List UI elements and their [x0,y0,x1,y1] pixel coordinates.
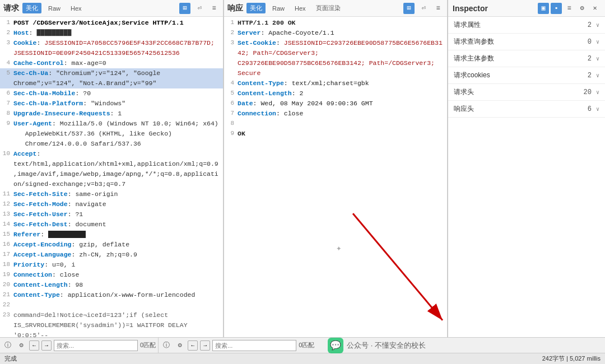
request-content: 1POST /CDGServer3/NoticeAjax;Service HTT… [0,17,223,337]
inspector-equal-icon[interactable]: ≡ [564,3,575,14]
response-line: 2Server: Apache-Coyote/1.1 [224,28,447,38]
response-content: 1HTTP/1.1 200 OK2Server: Apache-Coyote/1… [224,17,447,337]
inspector-row-label: 请求cookies [454,71,588,80]
request-tab-beautify[interactable]: 美化 [22,3,41,13]
request-line: 6Sec-Ch-Ua-Mobile: ?0 [0,88,223,99]
response-line: 5Content-Length: 2 [224,88,447,99]
inspector-row[interactable]: 响应头6∨ [448,101,605,118]
response-bottom-info-icon[interactable]: ⓘ [161,340,172,351]
response-nav-forward[interactable]: → [200,340,210,351]
request-line: 5Sec-Ch-Ua: "Chromium";v="124", "Google [0,68,223,78]
request-line: on/signed-exchange;v=b3;q=0.7 [0,179,223,189]
inspector-row-count: 2 [588,21,592,29]
inspector-grid-icon[interactable]: ▣ [538,3,549,14]
chevron-down-icon: ∨ [596,22,599,29]
chevron-down-icon: ∨ [596,106,599,113]
request-line: 14Sec-Fetch-Dest: document [0,220,223,230]
request-line: Chrome";v="124", "Not-A.Brand";v="99" [0,78,223,88]
request-line: 12Sec-Fetch-Mode: navigate [0,199,223,209]
request-line: 11Sec-Fetch-Site: same-origin [0,189,223,199]
response-search-input[interactable] [212,340,296,351]
response-line: Secure [224,68,447,78]
request-tab-hex[interactable]: Hex [67,4,85,13]
request-line: 1POST /CDGServer3/NoticeAjax;Service HTT… [0,18,223,28]
response-wrap-icon[interactable]: ⏎ [418,3,429,14]
inspector-toolbar: ▣ ▪ ≡ ⚙ ✕ [538,3,601,14]
response-menu-icon[interactable]: ≡ [432,3,444,14]
request-tab-raw[interactable]: Raw [45,4,64,13]
inspector-row-label: 请求主体参数 [454,54,588,63]
response-tab-hex[interactable]: Hex [291,4,309,13]
request-bottom-info-icon[interactable]: ⓘ [2,340,13,351]
inspector-row[interactable]: 请求cookies2∨ [448,67,605,84]
request-line: 7Sec-Ch-Ua-Platform: "Windows" [0,99,223,109]
request-line: 22 [0,300,223,310]
request-line: Chrome/124.0.0.0 Safari/537.36 [0,139,223,149]
response-line: 1HTTP/1.1 200 OK [224,18,447,28]
request-copy-icon[interactable]: ⊞ [179,3,190,14]
request-line: ,image/avif,image/webp,image/apng,*/*;q=… [0,169,223,179]
inspector-row-count: 20 [584,88,592,96]
overlay-container: 响应 美化 Raw Hex 页面渲染 ⊞ ⏎ ≡ 1HTTP/1.1 200 O… [224,0,448,337]
inspector-settings-icon[interactable]: ⚙ [576,3,588,14]
inspector-row[interactable]: 请求查询参数0∨ [448,34,605,50]
watermark-text: 公众号 · 不懂安全的校长 [347,340,426,351]
main-area: 请求 美化 Raw Hex ⊞ ⏎ ≡ 1POST /CDGServer3/No… [0,0,605,337]
panel-inspector: Inspector ▣ ▪ ≡ ⚙ ✕ 请求属性2∨请求查询参数0∨请求主体参数… [448,0,605,337]
inspector-row-count: 0 [588,38,592,46]
inspector-row[interactable]: 请求头20∨ [448,84,605,101]
inspector-title: Inspector [453,4,538,13]
request-wrap-icon[interactable]: ⏎ [194,3,205,14]
request-menu-icon[interactable]: ≡ [208,3,220,14]
chevron-down-icon: ∨ [596,89,599,96]
bottom-bar: ⓘ ⚙ ← → 0匹配 ⓘ ⚙ ← → 0匹配 💬 公众号 · 不懂安全的校长 [0,337,605,353]
response-tab-raw[interactable]: Raw [269,4,288,13]
chevron-down-icon: ∨ [596,39,599,45]
inspector-rows-container: 请求属性2∨请求查询参数0∨请求主体参数2∨请求cookies2∨请求头20∨响… [448,17,605,337]
inspector-row[interactable]: 请求属性2∨ [448,17,605,34]
status-right: 242字节 | 5,027 millis [542,354,601,363]
inspector-row-count: 6 [588,105,592,113]
request-match-count: 0匹配 [140,341,156,349]
status-bar: 完成 242字节 | 5,027 millis [0,353,605,364]
response-line: 9OK [224,129,447,139]
request-line: JSESSIONID=0E09F2450421C51339E5657425612… [0,48,223,58]
response-title: 响应 [227,3,243,13]
response-bottom-settings-icon[interactable]: ⚙ [174,340,185,351]
request-line: AppleWebKit/537.36 (KHTML, like Gecko) [0,129,223,139]
request-line: 10Accept: [0,149,223,159]
panel-response: 响应 美化 Raw Hex 页面渲染 ⊞ ⏎ ≡ 1HTTP/1.1 200 O… [224,0,448,337]
request-search-input[interactable] [54,340,138,351]
request-line: 19Connection: close [0,270,223,280]
request-line: 8Upgrade-Insecure-Requests: 1 [0,109,223,119]
inspector-row-label: 请求头 [454,87,584,97]
panel-request: 请求 美化 Raw Hex ⊞ ⏎ ≡ 1POST /CDGServer3/No… [0,0,224,337]
request-line: 21Content-Type: application/x-www-form-u… [0,290,223,300]
request-nav-back[interactable]: ← [29,340,39,351]
response-copy-icon[interactable]: ⊞ [403,3,415,14]
inspector-list-icon[interactable]: ▪ [551,3,562,14]
request-header: 请求 美化 Raw Hex ⊞ ⏎ ≡ [0,0,223,17]
request-line: 3Cookie: JSESSIONID=A7058CC5796E5F433F2C… [0,38,223,48]
response-match-count: 0匹配 [299,341,314,349]
response-nav-back[interactable]: ← [188,340,198,351]
request-nav-forward[interactable]: → [41,340,52,351]
request-line: 18Priority: u=0, i [0,260,223,270]
request-line: 16Accept-Encoding: gzip, deflate [0,240,223,250]
wechat-icon: 💬 [328,338,343,353]
inspector-row[interactable]: 请求主体参数2∨ [448,50,605,67]
inspector-header: Inspector ▣ ▪ ≡ ⚙ ✕ [448,0,605,17]
response-line: 8 [224,119,447,129]
request-line: 20Content-Length: 98 [0,280,223,290]
request-bottom-settings-icon[interactable]: ⚙ [16,340,27,351]
response-line: 3Set-Cookie: JSESSIONID=C293726EBE90D587… [224,38,447,58]
request-line: '0:0:5'-- [0,330,223,337]
inspector-close-icon[interactable]: ✕ [589,3,601,14]
response-tab-render[interactable]: 页面渲染 [313,3,344,13]
response-line: 6Date: Wed, 08 May 2024 09:00:36 GMT [224,99,447,109]
request-line: 15Referer: [0,230,223,240]
response-tab-beautify[interactable]: 美化 [246,3,266,13]
response-bottom-toolbar: ⓘ ⚙ ← → 0匹配 💬 公众号 · 不懂安全的校长 [159,338,605,353]
inspector-row-label: 请求属性 [454,20,588,30]
cursor-indicator: ✦ [336,242,342,254]
